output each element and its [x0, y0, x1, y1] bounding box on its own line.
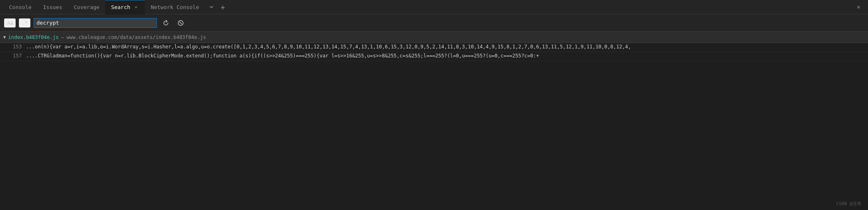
result-content: ...on(n){var a=r,i=a.lib,o=i.WordArray,s…	[26, 44, 631, 50]
tab-issues[interactable]: Issues	[37, 0, 68, 14]
tab-coverage[interactable]: Coverage	[68, 0, 106, 14]
results-area[interactable]: ▼ index.b483f04e.js — www.cbaleague.com/…	[0, 32, 868, 210]
collapse-icon: ▼	[3, 35, 6, 39]
search-input[interactable]	[34, 18, 157, 28]
result-row[interactable]: 157 ....CTRGladman=function(){var n=r.li…	[0, 52, 868, 61]
tab-bar: Console Issues Coverage Search × Network…	[0, 0, 868, 14]
file-group-header[interactable]: ▼ index.b483f04e.js — www.cbaleague.com/…	[0, 32, 868, 43]
watermark: CSDN @沮丧	[836, 201, 861, 207]
search-toolbar: Aa .*	[0, 14, 868, 32]
file-name: index.b483f04e.js	[8, 34, 59, 40]
tab-overflow-button[interactable]	[207, 2, 216, 12]
tab-search-label: Search	[111, 4, 130, 10]
tab-search[interactable]: Search ×	[105, 0, 145, 14]
tab-console-label: Console	[9, 4, 32, 10]
file-separator: —	[61, 34, 64, 40]
tab-search-close[interactable]: ×	[133, 4, 139, 11]
tab-network-console-label: Network Console	[151, 4, 199, 10]
tab-network-console[interactable]: Network Console	[145, 0, 204, 14]
tab-issues-label: Issues	[43, 4, 62, 10]
new-tab-button[interactable]: +	[218, 2, 228, 12]
window-close-icon: ×	[857, 4, 860, 10]
tab-console[interactable]: Console	[3, 0, 37, 14]
window-close-button[interactable]: ×	[852, 1, 865, 13]
clear-button[interactable]	[175, 18, 186, 27]
new-tab-icon: +	[220, 3, 225, 11]
result-content: ....CTRGladman=function(){var n=r.lib.Bl…	[26, 53, 539, 59]
watermark-text: CSDN @沮丧	[836, 201, 861, 206]
svg-line-1	[179, 22, 182, 24]
tab-coverage-label: Coverage	[74, 4, 100, 10]
line-number: 153	[11, 44, 26, 50]
file-url: www.cbaleague.com/data/assets/index.b483…	[67, 34, 206, 40]
refresh-button[interactable]	[160, 18, 172, 27]
result-row[interactable]: 153 ...on(n){var a=r,i=a.lib,o=i.WordArr…	[0, 43, 868, 52]
line-number: 157	[11, 53, 26, 59]
match-case-button[interactable]: Aa	[4, 18, 16, 27]
use-regex-button[interactable]: .*	[19, 18, 30, 27]
